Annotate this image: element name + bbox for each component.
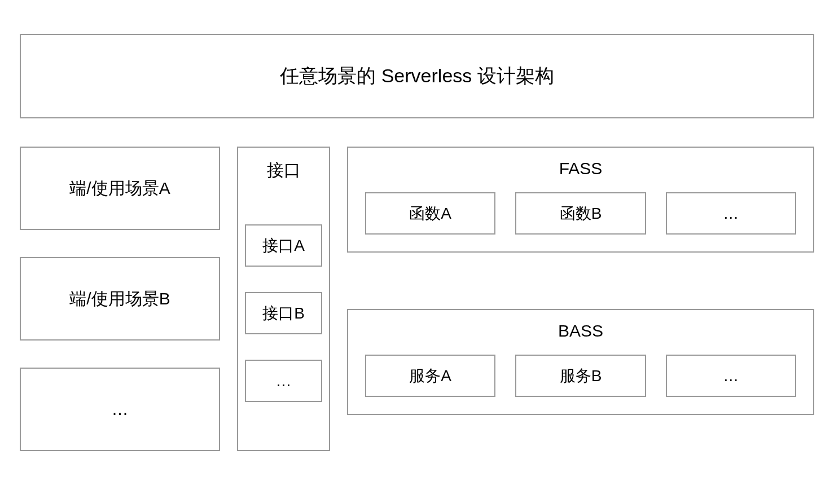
diagram-title: 任意场景的 Serverless 设计架构	[280, 63, 554, 89]
interface-item: 接口A	[245, 224, 322, 267]
fass-items-row: 函数A 函数B …	[365, 192, 796, 235]
interface-item: 接口B	[245, 292, 322, 334]
bass-items-row: 服务A 服务B …	[365, 355, 796, 397]
fass-item-label: 函数B	[560, 203, 602, 224]
scenario-label: 端/使用场景B	[69, 288, 170, 311]
fass-item-label: 函数A	[409, 203, 451, 224]
interface-item-label: 接口B	[262, 303, 305, 324]
fass-item: 函数A	[365, 192, 495, 235]
scenarios-column: 端/使用场景A 端/使用场景B …	[20, 147, 220, 451]
scenario-label: …	[112, 400, 129, 419]
fass-group: FASS 函数A 函数B …	[347, 147, 814, 253]
bass-item: 服务B	[515, 355, 646, 397]
bass-item: 服务A	[365, 355, 495, 397]
fass-item: …	[666, 192, 796, 235]
scenario-label: 端/使用场景A	[69, 177, 170, 200]
scenario-box: …	[20, 368, 220, 451]
scenario-box: 端/使用场景B	[20, 257, 220, 341]
diagram-main-row: 端/使用场景A 端/使用场景B … 接口 接口A 接口B … FASS	[20, 147, 814, 451]
diagram-title-box: 任意场景的 Serverless 设计架构	[20, 34, 814, 118]
bass-item-label: …	[723, 367, 739, 385]
fass-item: 函数B	[515, 192, 646, 235]
diagram-container: 任意场景的 Serverless 设计架构 端/使用场景A 端/使用场景B … …	[20, 34, 814, 451]
bass-group: BASS 服务A 服务B …	[347, 309, 814, 415]
bass-title: BASS	[558, 321, 603, 341]
interface-item-label: 接口A	[262, 235, 305, 257]
bass-item-label: 服务A	[409, 365, 451, 387]
fass-title: FASS	[559, 159, 603, 178]
interface-item: …	[245, 360, 322, 402]
interface-column: 接口 接口A 接口B …	[237, 147, 330, 451]
fass-item-label: …	[723, 205, 739, 223]
services-column: FASS 函数A 函数B … BASS 服务A	[347, 147, 814, 451]
bass-item: …	[666, 355, 796, 397]
interface-item-label: …	[276, 372, 292, 390]
bass-item-label: 服务B	[560, 365, 602, 387]
scenario-box: 端/使用场景A	[20, 147, 220, 230]
interface-title: 接口	[267, 159, 301, 182]
